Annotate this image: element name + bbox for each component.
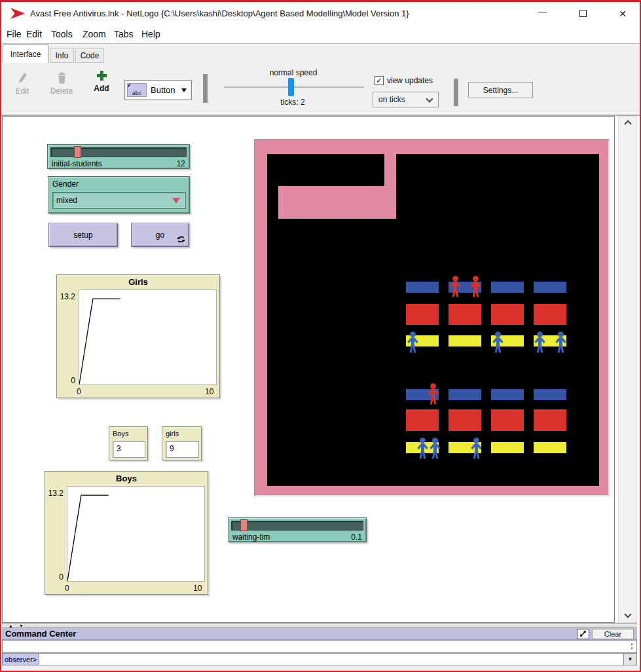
chooser-value: mixed bbox=[56, 196, 77, 205]
x-max-tick: 10 bbox=[193, 584, 202, 593]
chooser-gender[interactable]: Gender mixed bbox=[48, 176, 190, 214]
toolbar-separator-2 bbox=[454, 79, 458, 106]
add-label: Add bbox=[90, 84, 113, 93]
output-scroll-down-icon[interactable]: ▼ bbox=[630, 646, 634, 651]
chooser-dropdown[interactable]: mixed bbox=[52, 192, 186, 209]
monitor-label: Boys bbox=[113, 430, 128, 438]
plot-title: Boys bbox=[45, 474, 208, 483]
chevron-down-icon bbox=[624, 610, 631, 618]
slider-track[interactable] bbox=[231, 521, 363, 531]
scroll-down-button[interactable] bbox=[619, 609, 636, 622]
setup-button[interactable]: setup bbox=[48, 223, 118, 247]
student-agent bbox=[469, 438, 483, 461]
tab-info[interactable]: Info bbox=[50, 48, 74, 63]
command-center-input-row: observer> ▼ bbox=[2, 653, 637, 665]
checkbox-check-icon: ✓ bbox=[375, 76, 384, 85]
splitter-up-icon[interactable]: ▲ bbox=[9, 624, 13, 628]
button-widget-icon: abc bbox=[127, 83, 147, 97]
speed-slider-thumb[interactable] bbox=[288, 78, 294, 96]
update-mode-value: on ticks bbox=[378, 95, 405, 104]
x-min-tick: 0 bbox=[65, 584, 69, 593]
add-widget-button[interactable]: Add bbox=[90, 70, 113, 93]
pencil-icon bbox=[18, 72, 27, 84]
menu-file[interactable]: File bbox=[4, 28, 24, 41]
go-label: go bbox=[156, 231, 164, 240]
command-center-output[interactable]: ▲ ▼ bbox=[2, 640, 637, 653]
close-icon: ✕ bbox=[619, 9, 627, 19]
seat-patch bbox=[491, 282, 524, 293]
seat-patch bbox=[449, 335, 481, 346]
seat-patch bbox=[449, 409, 481, 431]
student-agent bbox=[469, 276, 483, 299]
edit-widget-button[interactable]: Edit bbox=[10, 72, 34, 96]
student-agent bbox=[426, 383, 440, 407]
monitor-label: girls bbox=[166, 430, 179, 438]
student-agent bbox=[533, 331, 547, 355]
menu-bar: File Edit Tools Zoom Tabs Help bbox=[1, 25, 640, 43]
go-button[interactable]: go bbox=[131, 223, 189, 247]
view-updates-checkbox[interactable]: ✓ view updates bbox=[375, 76, 433, 85]
widget-type-dropdown[interactable]: abc Button bbox=[124, 80, 192, 100]
menu-zoom[interactable]: Zoom bbox=[80, 28, 109, 41]
close-button[interactable]: ✕ bbox=[606, 2, 639, 25]
classroom-wall bbox=[278, 186, 396, 219]
popout-button[interactable] bbox=[577, 629, 589, 639]
slider-thumb[interactable] bbox=[74, 146, 81, 158]
student-agent bbox=[554, 331, 568, 355]
edit-label: Edit bbox=[10, 86, 34, 96]
toolbar-separator bbox=[203, 74, 208, 103]
seat-patch bbox=[534, 304, 566, 325]
menu-help[interactable]: Help bbox=[139, 28, 163, 41]
settings-button[interactable]: Settings... bbox=[468, 82, 533, 98]
forever-icon bbox=[177, 235, 185, 244]
menu-edit[interactable]: Edit bbox=[24, 28, 45, 41]
seat-patch bbox=[449, 304, 481, 325]
plot-title: Girls bbox=[57, 277, 219, 287]
output-scroll-up-icon[interactable]: ▲ bbox=[630, 642, 634, 646]
y-min-tick: 0 bbox=[59, 572, 64, 582]
speed-slider-track[interactable] bbox=[224, 86, 364, 88]
splitter-down-icon[interactable]: ▼ bbox=[19, 624, 24, 628]
ticks-counter: ticks: 2 bbox=[263, 98, 322, 107]
update-mode-dropdown[interactable]: on ticks bbox=[373, 92, 439, 107]
trash-icon bbox=[57, 72, 67, 84]
clear-button[interactable]: Clear bbox=[592, 629, 634, 639]
command-center-header: Command Center Clear bbox=[2, 628, 637, 640]
slider-track[interactable] bbox=[50, 147, 187, 157]
world-view[interactable] bbox=[254, 139, 610, 496]
slider-value: 12 bbox=[177, 159, 185, 168]
command-center-splitter[interactable]: ▲ ▼ bbox=[2, 623, 637, 628]
vertical-scrollbar[interactable] bbox=[618, 116, 637, 623]
plot-boys: Boys 13.2 0 0 10 bbox=[45, 471, 208, 595]
maximize-button[interactable] bbox=[568, 2, 598, 25]
diagonal-arrows-icon bbox=[579, 630, 587, 637]
command-input[interactable] bbox=[39, 654, 623, 665]
seat-patch bbox=[491, 304, 524, 325]
chooser-arrow-icon bbox=[172, 198, 180, 204]
monitor-value: 3 bbox=[113, 441, 145, 458]
menu-tabs[interactable]: Tabs bbox=[111, 28, 136, 41]
student-agent bbox=[428, 438, 442, 461]
plus-icon bbox=[96, 70, 107, 81]
monitor-girls: girls 9 bbox=[162, 426, 202, 460]
seat-patch bbox=[534, 389, 566, 400]
tab-interface[interactable]: Interface bbox=[3, 45, 48, 64]
monitor-value: 9 bbox=[166, 441, 199, 458]
slider-initial-students[interactable]: initial-students 12 bbox=[47, 144, 190, 169]
delete-widget-button[interactable]: Delete bbox=[46, 72, 77, 96]
window-title: Avast Free Antivirus.lnk - NetLogo {C:\U… bbox=[30, 9, 409, 18]
setup-label: setup bbox=[73, 231, 92, 240]
tab-code[interactable]: Code bbox=[75, 48, 104, 63]
seat-patch bbox=[534, 442, 566, 453]
history-dropdown-button[interactable]: ▼ bbox=[623, 654, 636, 665]
slider-thumb[interactable] bbox=[240, 519, 247, 531]
seat-patch bbox=[449, 389, 481, 400]
slider-label: initial-students bbox=[52, 159, 102, 168]
plot-line-boys bbox=[67, 487, 204, 581]
slider-waiting-tim[interactable]: waiting-tim 0.1 bbox=[228, 517, 367, 542]
window-bottom-strip bbox=[1, 665, 640, 671]
menu-tools[interactable]: Tools bbox=[48, 28, 75, 41]
scroll-up-button[interactable] bbox=[619, 117, 636, 130]
plot-girls: Girls 13.2 0 0 10 bbox=[56, 274, 220, 398]
minimize-button[interactable]: — bbox=[528, 2, 557, 25]
